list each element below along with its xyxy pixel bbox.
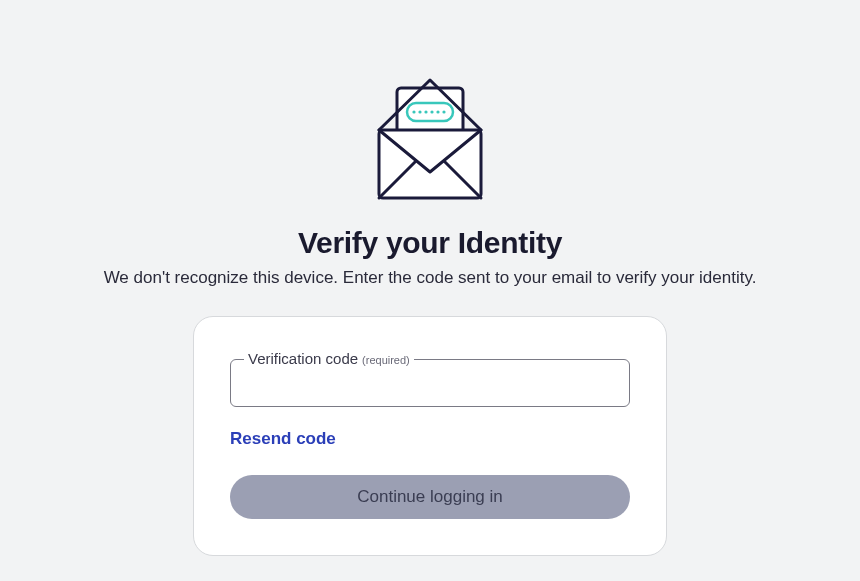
svg-rect-8: [379, 130, 481, 198]
resend-code-link[interactable]: Resend code: [230, 429, 336, 449]
page-title: Verify your Identity: [298, 226, 562, 260]
envelope-code-icon: [355, 70, 505, 214]
verification-code-label: Verification code (required): [244, 350, 414, 367]
verification-code-required-hint: (required): [362, 354, 410, 366]
verification-card: Verification code (required) Resend code…: [193, 316, 667, 556]
verification-code-field-wrap: Verification code (required): [230, 359, 630, 407]
svg-point-2: [412, 110, 415, 113]
page-subtitle: We don't recognize this device. Enter th…: [104, 268, 757, 288]
svg-point-3: [418, 110, 421, 113]
svg-point-6: [436, 110, 439, 113]
svg-point-5: [430, 110, 433, 113]
svg-point-7: [442, 110, 445, 113]
continue-button[interactable]: Continue logging in: [230, 475, 630, 519]
svg-point-4: [424, 110, 427, 113]
verification-code-label-text: Verification code: [248, 350, 358, 367]
